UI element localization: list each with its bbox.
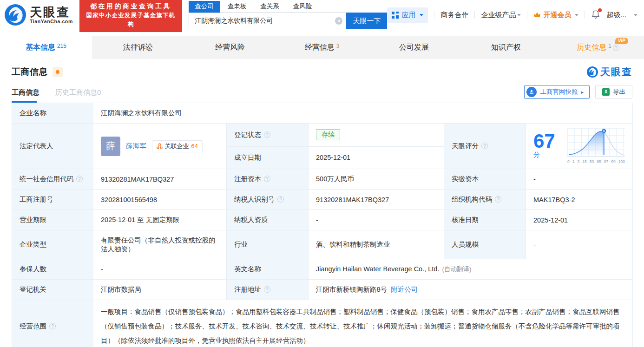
tab-count: 215 <box>57 43 66 49</box>
tab-company-development[interactable]: 公司发展 <box>368 36 460 59</box>
chevron-down-icon <box>634 14 637 16</box>
company-name-label: 企业名称 <box>12 103 93 124</box>
org-code-value: MAK17BQ3-2 <box>526 190 633 210</box>
subtab-label: 工商信息 <box>12 88 39 96</box>
status-badge: 存续 <box>316 129 340 140</box>
credit-code-label: 统一社会信用代码 <box>12 169 93 190</box>
subtab-label: 历史工商信息 <box>55 88 97 96</box>
subtab-business-info[interactable]: 工商信息 <box>12 88 39 103</box>
search-tab-relation[interactable]: 查关系 <box>254 1 285 13</box>
help-icon[interactable] <box>76 176 83 182</box>
score-distribution-chart: 0131550859799100 <box>567 128 625 164</box>
help-icon[interactable] <box>49 323 56 329</box>
help-icon[interactable] <box>277 196 284 203</box>
paid-capital-label: 实缴资本 <box>444 169 526 190</box>
search-input-wrap: ✕ <box>189 13 346 29</box>
industry-value: 酒、饮料和精制茶制造业 <box>309 230 444 259</box>
table-row: 企业名称 江阴海澜之水饮料有限公司 <box>12 103 633 124</box>
table-row: 工商注册号 320281001565498 纳税人识别号 91320281MAK… <box>12 190 633 210</box>
tianyancha-logo[interactable]: 天眼查 TianYanCha.com <box>5 4 73 26</box>
tab-operation-risk[interactable]: 经营风险 <box>184 36 276 59</box>
open-vip-label: 开通会员 <box>543 11 571 20</box>
business-info-section: 工商信息 天眼查 工商信息 历史工商信息0 <box>0 59 644 103</box>
top-header: 天眼查 TianYanCha.com 都在用的商业查询工具 国家中小企业发展子基… <box>0 0 644 30</box>
reg-status-value: 存续 <box>309 124 444 147</box>
business-term-value: 2025-12-01 至 无固定期限 <box>93 210 227 230</box>
business-scope-label: 经营范围 <box>12 300 93 347</box>
open-vip-menu-item[interactable]: 开通会员 <box>533 11 578 20</box>
reg-authority-label: 登记机关 <box>12 280 93 300</box>
auto-translate-note: (自动翻译) <box>442 266 471 273</box>
help-icon[interactable] <box>264 286 270 293</box>
reg-address-label: 注册地址 <box>227 280 309 300</box>
chevron-down-icon <box>575 14 578 16</box>
help-icon[interactable] <box>264 176 270 182</box>
business-coop-menu-item[interactable]: 商务合作 <box>440 11 468 20</box>
staff-size-value: - <box>526 230 633 259</box>
establish-date-value: 2025-12-01 <box>309 146 444 169</box>
network-icon <box>157 143 163 149</box>
table-row: 统一社会信用代码 91320281MAK17BQ327 注册资本 500万人民币… <box>12 169 633 190</box>
nearby-companies-link[interactable]: 附近公司 <box>391 286 418 293</box>
insured-count-value: - <box>93 259 227 280</box>
related-company-badge[interactable]: 关联企业 64 <box>152 140 203 152</box>
clear-search-icon[interactable]: ✕ <box>335 17 342 25</box>
search-tab-boss[interactable]: 查老板 <box>222 1 253 13</box>
help-icon[interactable] <box>264 131 270 138</box>
apps-grid-icon <box>392 12 399 19</box>
reg-status-label: 登记状态 <box>227 124 309 147</box>
legal-rep-name-link[interactable]: 薛海军 <box>126 142 146 151</box>
table-row: 参保人数 - 英文名称 Jiangyin Hailan Water Bevera… <box>12 259 633 280</box>
related-company-label: 关联企业 <box>165 142 189 151</box>
tab-history-info[interactable]: VIP 历史信息 1 <box>552 36 644 59</box>
tab-label: 经营信息 <box>305 43 335 52</box>
tab-intellectual-property[interactable]: 知识产权 <box>460 36 552 59</box>
enterprise-product-menu-item[interactable]: 企业级产品 <box>481 11 521 20</box>
divider <box>474 11 475 19</box>
taxpayer-id-label: 纳税人识别号 <box>227 190 309 210</box>
search-input[interactable] <box>195 17 335 25</box>
chevron-down-icon <box>517 14 521 16</box>
company-nav-tabs: 基本信息 215 法律诉讼 经营风险 经营信息 3 公司发展 知识产权 VIP … <box>0 36 644 59</box>
logo-brand-text: 天眼查 <box>30 6 73 19</box>
subtab-history-business-info[interactable]: 历史工商信息0 <box>55 88 101 103</box>
promo-banner: 都在用的商业查询工具 国家中小企业发展子基金旗下机构 <box>79 0 182 32</box>
legal-rep-cell: 薛 薛海军 关联企业 64 <box>93 124 227 169</box>
logo-domain-text: TianYanCha.com <box>30 19 73 24</box>
reg-address-value: 江阴市新桥镇陶新路8号 附近公司 <box>309 280 633 300</box>
tab-legal-proceedings[interactable]: 法律诉讼 <box>92 36 184 59</box>
help-icon[interactable] <box>481 143 488 149</box>
business-info-table: 企业名称 江阴海澜之水饮料有限公司 法定代表人 薛 薛海军 关联企业 64 <box>12 103 633 347</box>
search-tab-company[interactable]: 查公司 <box>189 1 220 13</box>
table-row: 企业类型 有限责任公司（非自然人投资或控股的法人独资） 行业 酒、饮料和精制茶制… <box>12 230 633 259</box>
tianyancha-logo-icon <box>5 4 26 26</box>
help-icon[interactable] <box>495 196 501 203</box>
subscribe-bell-icon[interactable] <box>53 67 63 77</box>
search-tab-risk[interactable]: 查风险 <box>287 1 318 13</box>
help-icon[interactable] <box>613 45 619 51</box>
chevron-down-icon <box>420 14 423 16</box>
org-code-label: 组织机构代码 <box>444 190 526 210</box>
establish-date-label: 成立日期 <box>227 146 309 169</box>
official-snapshot-button[interactable]: 工商官网快照 ▸ <box>524 85 590 99</box>
avatar[interactable]: 薛 <box>101 137 120 156</box>
taxpayer-quality-label: 纳税人资质 <box>227 210 309 230</box>
excel-icon: X <box>602 88 610 96</box>
export-button[interactable]: X 导出 <box>595 85 632 99</box>
industry-label: 行业 <box>227 230 309 259</box>
tab-operation-info[interactable]: 经营信息 3 <box>276 36 368 59</box>
tab-count: 3 <box>336 43 340 49</box>
divider <box>585 11 585 19</box>
super-vip-menu-item[interactable]: 超级... <box>606 11 626 20</box>
tab-basic-info[interactable]: 基本信息 215 <box>0 36 92 59</box>
company-type-value: 有限责任公司（非自然人投资或控股的法人独资） <box>93 230 227 259</box>
section-watermark-logo: 天眼查 <box>587 65 632 79</box>
legal-rep-label: 法定代表人 <box>12 124 93 169</box>
subtab-count: 0 <box>97 88 101 96</box>
score-axis-labels: 0131550859799100 <box>567 159 625 164</box>
notification-bell-icon[interactable] <box>591 10 600 20</box>
table-row: 营业期限 2025-12-01 至 无固定期限 纳税人资质 - 核准日期 202… <box>12 210 633 230</box>
apps-menu-item[interactable]: 应用 <box>387 7 428 23</box>
search-button[interactable]: 天眼一下 <box>346 13 387 29</box>
business-term-label: 营业期限 <box>12 210 93 230</box>
